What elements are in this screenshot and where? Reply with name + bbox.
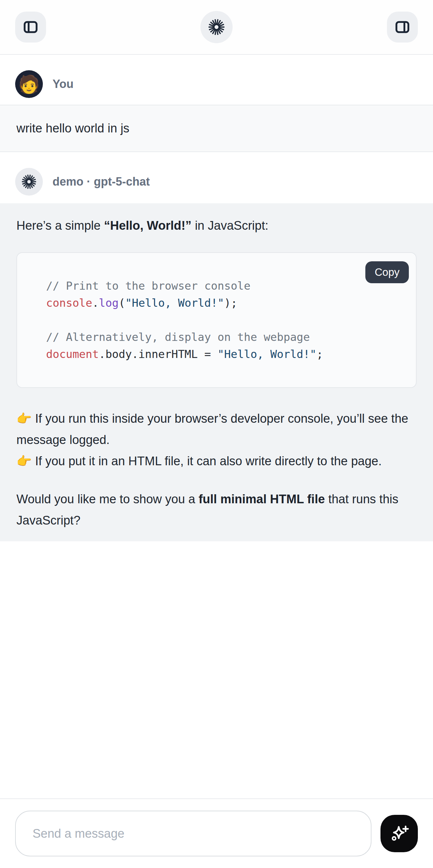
user-author-label: You: [53, 77, 73, 91]
text: Would you like me to show you a: [17, 492, 198, 506]
code-line: // Print to the browser console: [46, 277, 403, 294]
code-token-purple: log: [99, 297, 119, 309]
user-message-band: write hello world in js: [0, 105, 433, 152]
composer-bar: [0, 798, 433, 868]
assistant-avatar: [15, 168, 43, 195]
code-line: [46, 312, 403, 329]
bold-text: “Hello, World!”: [104, 219, 192, 232]
code-token-plain: );: [224, 297, 238, 309]
top-bar: [0, 0, 433, 55]
code-token-red: console: [46, 297, 92, 309]
assistant-paragraph: 👉 If you run this inside your browser’s …: [17, 408, 416, 451]
user-avatar-emoji: 🧑: [18, 75, 40, 93]
assistant-author-row: demo · gpt-5-chat: [0, 152, 433, 203]
copy-button[interactable]: Copy: [365, 261, 409, 283]
send-button[interactable]: [380, 815, 418, 852]
text: in JavaScript:: [191, 219, 268, 232]
assistant-paragraph: Would you like me to show you a full min…: [17, 489, 416, 531]
code-token-plain: ;: [316, 348, 323, 361]
starburst-icon: [207, 18, 226, 36]
panel-left-icon: [22, 19, 39, 36]
code-token-string: "Hello, World!": [125, 297, 224, 309]
code-line: document.body.innerHTML = "Hello, World!…: [46, 346, 403, 363]
assistant-message-band: Here’s a simple “Hello, World!” in JavaS…: [0, 203, 433, 541]
code-token-plain: (: [119, 297, 125, 309]
message-input[interactable]: [15, 811, 371, 857]
starburst-icon: [21, 173, 37, 190]
text: Here’s a simple: [17, 219, 104, 232]
code-token-red: document: [46, 348, 99, 361]
assistant-paragraphs: 👉 If you run this inside your browser’s …: [17, 408, 416, 531]
code-content: // Print to the browser consoleconsole.l…: [17, 253, 416, 387]
user-message-text: write hello world in js: [17, 121, 129, 135]
sidebar-toggle-button[interactable]: [15, 11, 46, 42]
code-token-string: "Hello, World!": [217, 348, 316, 361]
user-author-row: 🧑 You: [0, 55, 433, 105]
code-token-plain: .body.innerHTML =: [99, 348, 217, 361]
text: 👉 If you put it in an HTML file, it can …: [17, 454, 382, 468]
code-token-plain: .: [92, 297, 99, 309]
panel-toggle-button[interactable]: [387, 11, 418, 42]
code-token-comment: // Print to the browser console: [46, 279, 251, 292]
assistant-author-label: demo · gpt-5-chat: [53, 175, 150, 188]
assistant-paragraph: 👉 If you put it in an HTML file, it can …: [17, 451, 416, 472]
text: 👉 If you run this inside your browser’s …: [17, 412, 408, 446]
user-avatar: 🧑: [15, 70, 43, 98]
assistant-intro: Here’s a simple “Hello, World!” in JavaS…: [17, 217, 416, 235]
code-block: Copy // Print to the browser consolecons…: [17, 252, 416, 388]
code-token-comment: // Alternatively, display on the webpage: [46, 331, 310, 343]
code-line: console.log("Hello, World!");: [46, 294, 403, 312]
code-line: // Alternatively, display on the webpage: [46, 329, 403, 346]
bold-text: full minimal HTML file: [198, 492, 325, 506]
panel-right-icon: [394, 19, 411, 36]
app-logo-button[interactable]: [200, 11, 233, 43]
code-lines: // Print to the browser consoleconsole.l…: [46, 277, 403, 363]
sparkle-icon: [389, 823, 410, 844]
